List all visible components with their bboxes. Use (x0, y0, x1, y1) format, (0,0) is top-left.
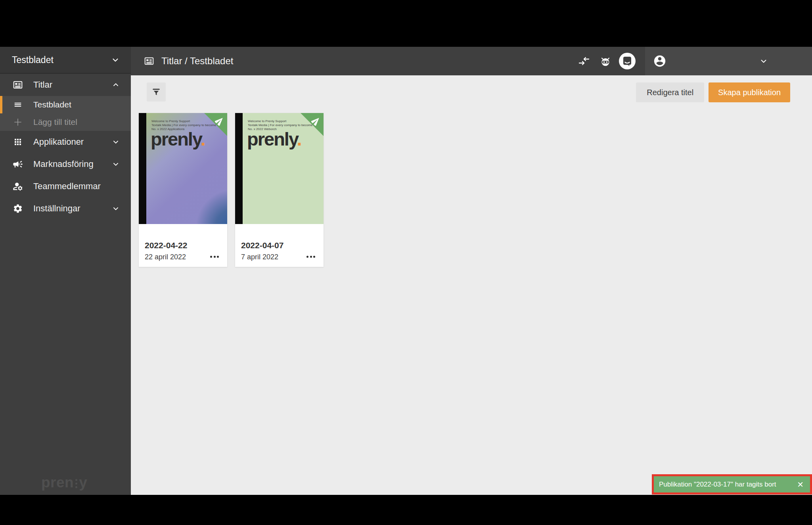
prenly-cover-logo: prenly. (151, 130, 205, 148)
breadcrumb-label: Titlar / Testbladet (161, 56, 233, 67)
sidebar-item-marknadsforing[interactable]: Marknadsföring (0, 153, 131, 175)
publication-cover: Welcome to Prenly Support Textalk Media … (235, 113, 324, 224)
paper-plane-icon (311, 116, 321, 126)
watermark-dots (75, 479, 77, 488)
chevron-down-icon (112, 138, 120, 146)
person-gear-icon (12, 181, 24, 192)
chevron-down-icon (112, 205, 120, 213)
breadcrumb[interactable]: Titlar / Testbladet (144, 47, 233, 75)
title-switcher[interactable]: Testbladet (0, 47, 131, 74)
chevron-up-icon (112, 81, 120, 89)
assistant-bot-button[interactable] (599, 47, 612, 75)
publication-title: 2022-04-07 (241, 241, 317, 250)
gear-icon (12, 203, 24, 214)
robot-icon (599, 54, 612, 68)
sidebar-item-teammedlemmar[interactable]: Teammedlemmar (0, 175, 131, 197)
sidebar-item-label: Testbladet (33, 100, 71, 109)
account-menu-button[interactable] (759, 57, 768, 65)
sidebar: Testbladet Titlar (0, 47, 131, 495)
cover-spine (235, 113, 243, 224)
chevron-down-icon (112, 160, 120, 168)
sidebar-titles-group: Testbladet Lägg till titel (0, 96, 131, 131)
edit-title-button[interactable]: Redigera titel (636, 82, 704, 102)
sidebar-item-testbladet[interactable]: Testbladet (0, 96, 131, 113)
annotation-highlight: Publikation "2022-03-17" har tagits bort… (652, 474, 812, 494)
sidebar-item-applikationer[interactable]: Applikationer (0, 131, 131, 153)
toolbar: Redigera titel Skapa publikation (636, 82, 790, 102)
megaphone-icon (12, 159, 24, 170)
toast-message: Publikation "2022-03-17" har tagits bort (659, 481, 776, 489)
newspaper-icon (12, 79, 24, 90)
publication-cover: Welcome to Prenly Support Textalk Media … (139, 113, 227, 224)
plus-icon (12, 117, 24, 127)
chat-messenger-button[interactable] (619, 47, 636, 75)
prenly-cover-logo: prenly. (247, 130, 301, 148)
account-circle-icon (653, 54, 666, 68)
toast-notification: Publikation "2022-03-17" har tagits bort… (654, 476, 810, 492)
sidebar-item-label: Teammedlemmar (33, 181, 101, 192)
logo-text: prenly (151, 128, 201, 149)
chevron-down-icon (111, 56, 120, 64)
newspaper-icon (144, 56, 155, 67)
sidebar-title: Testbladet (12, 55, 54, 65)
watermark-text: pren (41, 474, 74, 491)
publication-menu-button[interactable] (305, 254, 317, 259)
logo-text: prenly (247, 128, 297, 149)
sidebar-item-lagg-till-titel[interactable]: Lägg till titel (0, 113, 131, 131)
publication-title: 2022-04-22 (145, 241, 221, 250)
hamburger-icon (12, 100, 24, 109)
compress-arrows-icon (578, 55, 590, 67)
toast-close-button[interactable]: ✕ (796, 480, 804, 489)
cover-spine (139, 113, 146, 224)
publication-card[interactable]: Welcome to Prenly Support Textalk Media … (139, 113, 227, 267)
main-content: Redigera titel Skapa publikation Welcome… (131, 75, 812, 495)
publication-card[interactable]: Welcome to Prenly Support Textalk Media … (235, 113, 324, 267)
app-screen: Testbladet Titlar (0, 0, 812, 525)
account-section (645, 47, 812, 75)
sidebar-item-label: Marknadsföring (33, 159, 94, 169)
publication-grid: Welcome to Prenly Support Textalk Media … (139, 113, 324, 267)
sidebar-item-label: Inställningar (33, 203, 80, 214)
filter-button[interactable] (147, 82, 166, 102)
sidebar-item-installningar[interactable]: Inställningar (0, 197, 131, 220)
account-button[interactable] (653, 54, 666, 68)
prenly-watermark-logo: pren y (41, 474, 87, 491)
sidebar-item-titlar[interactable]: Titlar (0, 74, 131, 96)
collapse-panels-button[interactable] (578, 47, 590, 75)
sidebar-item-label: Titlar (33, 80, 52, 90)
publication-info: 2022-04-22 22 april 2022 (139, 224, 227, 267)
publication-info: 2022-04-07 7 april 2022 (235, 224, 324, 267)
chevron-down-icon (759, 57, 768, 65)
grid-icon (12, 137, 24, 147)
paper-plane-icon (215, 116, 224, 126)
sidebar-item-label: Applikationer (33, 137, 84, 147)
sidebar-item-label: Lägg till titel (33, 117, 77, 127)
publication-menu-button[interactable] (209, 254, 220, 259)
chat-bubble-icon (619, 53, 636, 69)
topbar: Titlar / Testbladet (131, 47, 812, 75)
watermark-text: y (79, 474, 87, 491)
create-publication-button[interactable]: Skapa publikation (709, 82, 790, 102)
filter-icon (151, 87, 161, 97)
